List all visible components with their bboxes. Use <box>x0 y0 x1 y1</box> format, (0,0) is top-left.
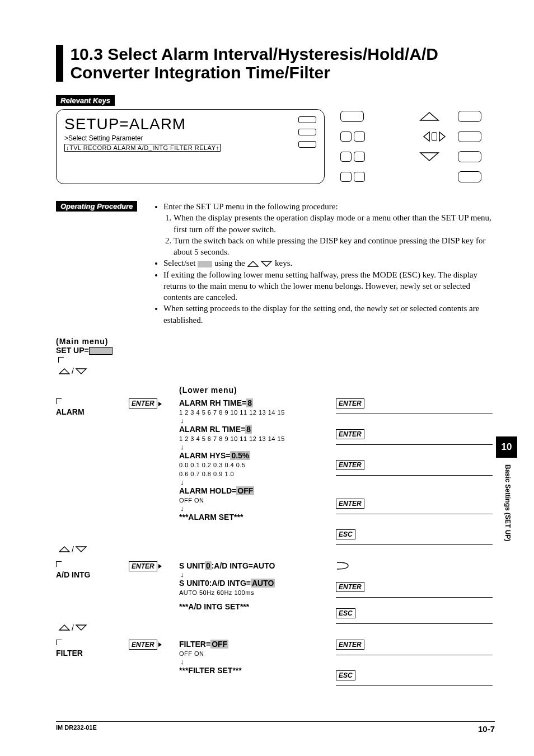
proc-step: When the display presents the operation … <box>174 212 495 235</box>
softkey-box <box>298 129 316 135</box>
lower-item: :A/D INTG=AUTO <box>212 561 275 570</box>
heading-title: Select Alarm Interval/Hysteresis/Hold/A/… <box>70 45 438 82</box>
arrow-down-icon <box>179 443 336 451</box>
enter-key-box: ENTER <box>336 429 364 439</box>
key-button[interactable] <box>458 171 481 182</box>
lower-value: 0.5% <box>230 451 250 460</box>
operating-procedure-label: Operating Procedure <box>56 201 137 212</box>
lower-options: AUTO 50Hz 60Hz 100ms <box>179 589 254 596</box>
keypad <box>340 109 489 184</box>
arrow-down-icon <box>179 658 336 666</box>
chapter-side-text: Basic Settings (SET UP) <box>504 464 512 541</box>
enter-key-box: ENTER <box>129 640 157 650</box>
field-icon <box>89 347 113 355</box>
key-button[interactable] <box>458 131 481 142</box>
panel-row: SETUP=ALARM >Select Setting Parameter ↓T… <box>56 109 495 184</box>
lower-options: 1 2 3 4 5 6 7 8 9 10 11 12 13 14 15 <box>179 409 285 416</box>
set-end: ***A/D INTG SET*** <box>179 602 249 611</box>
flow-line <box>336 680 386 681</box>
lower-menu-label: (Lower menu) <box>179 386 495 395</box>
heading-bar <box>56 45 63 82</box>
enter-key-box: ENTER <box>336 582 364 592</box>
lower-options: OFF ON <box>179 650 204 657</box>
lower-value: 8 <box>245 425 252 434</box>
enter-key-box: ENTER <box>129 398 157 408</box>
lower-options: OFF ON <box>179 497 204 504</box>
lcd-display: SETUP=ALARM >Select Setting Parameter ↓T… <box>56 109 325 184</box>
flow-line <box>336 439 386 440</box>
right-key-icon <box>336 561 350 570</box>
field-icon <box>198 261 212 267</box>
lower-options: 0.0 0.1 0.2 0.3 0.4 0.5 <box>179 462 246 468</box>
proc-bullet: If exiting the following lower menu sett… <box>163 269 495 303</box>
menu-item-alarm: ALARM <box>56 407 85 416</box>
key-button[interactable] <box>340 152 352 162</box>
key-button[interactable] <box>458 111 481 122</box>
up-down-keys-icon: / <box>58 545 87 554</box>
key-button[interactable] <box>354 152 365 162</box>
esc-key-box: ESC <box>336 670 355 680</box>
lower-item: FILTER= <box>179 640 210 649</box>
key-button[interactable] <box>354 132 365 142</box>
esc-key-box: ESC <box>336 529 355 539</box>
key-button[interactable] <box>340 111 364 122</box>
menu-item-filter: FILTER <box>56 649 83 658</box>
lcd-softkey-indicators <box>298 116 316 148</box>
lower-item: ALARM HOLD= <box>179 486 236 495</box>
enter-key-box: ENTER <box>336 398 364 408</box>
lcd-status-line: ↓TVL RECORD ALARM A/D_INTG FILTER RELAY↑ <box>64 144 221 152</box>
softkey-box <box>298 116 316 123</box>
flow-line <box>336 618 386 619</box>
set-end: ***FILTER SET*** <box>179 666 242 675</box>
lower-value: 0 <box>205 561 212 570</box>
setup-label: SET UP= <box>56 346 89 355</box>
arrow-down-icon <box>179 504 336 513</box>
key-button[interactable] <box>340 172 352 182</box>
lcd-subtitle: >Select Setting Parameter <box>64 134 316 142</box>
arrow-down-icon <box>179 478 336 486</box>
key-button[interactable] <box>340 132 352 142</box>
lower-value: AUTO <box>251 579 275 588</box>
menu-flow: (Main menu) SET UP= / (Lower menu) ALARM… <box>56 337 495 682</box>
arrow-right-icon <box>157 640 162 649</box>
proc-bullet: Enter the SET UP menu in the following p… <box>163 202 338 211</box>
proc-step: Turn the switch back on while pressing t… <box>174 235 495 258</box>
flow-connector <box>56 561 62 567</box>
flow-connector <box>56 398 62 404</box>
down-key[interactable] <box>419 151 440 163</box>
up-down-keys-icon: / <box>58 623 87 632</box>
operating-procedure: Operating Procedure Enter the SET UP men… <box>56 201 495 326</box>
lower-value: OFF <box>210 640 228 649</box>
arrow-down-icon <box>179 416 336 425</box>
flow-line <box>336 509 386 509</box>
enter-key-box: ENTER <box>129 561 157 571</box>
up-down-keys-icon <box>247 260 273 267</box>
menu-item-adintg: A/D INTG <box>56 570 90 579</box>
set-end: ***ALARM SET*** <box>179 513 243 522</box>
chapter-tab: 10 <box>496 436 517 458</box>
arrow-right-icon <box>157 398 162 407</box>
footer-doc-id: IM DR232-01E <box>56 724 97 734</box>
esc-key-box: ESC <box>336 608 355 618</box>
up-key[interactable] <box>419 110 440 123</box>
page-footer: IM DR232-01E 10-7 <box>56 721 495 734</box>
lower-item: S UNIT0:A/D INTG= <box>179 579 251 588</box>
key-button[interactable] <box>354 172 365 182</box>
lower-item: ALARM RL TIME= <box>179 425 245 434</box>
relevant-keys-label: Relevant Keys <box>56 95 115 106</box>
proc-bullet: When setting proceeds to the display for… <box>163 303 495 326</box>
main-menu-label: (Main menu) <box>56 337 495 346</box>
footer-page-number: 10-7 <box>478 724 495 734</box>
key-button[interactable] <box>458 151 481 162</box>
enter-key-box: ENTER <box>336 460 364 470</box>
flow-line <box>336 539 386 540</box>
lower-item: ALARM HYS= <box>179 451 230 460</box>
flow-line <box>336 592 386 593</box>
flow-connector <box>58 357 64 363</box>
flow-connector <box>56 640 62 645</box>
flow-line <box>336 650 386 650</box>
left-right-keys[interactable] <box>419 131 450 142</box>
heading-number: 10.3 <box>70 45 102 63</box>
arrow-right-icon <box>157 561 162 570</box>
lower-options: 0.6 0.7 0.8 0.9 1.0 <box>179 471 234 477</box>
